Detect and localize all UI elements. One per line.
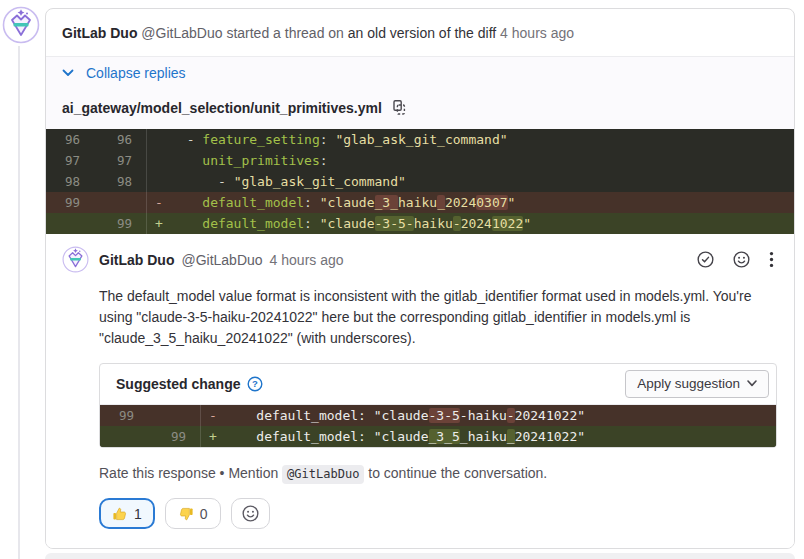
new-line-number[interactable]: 98	[96, 171, 146, 192]
diff-marker	[147, 150, 171, 171]
thread-author: GitLab Duo	[62, 25, 137, 41]
new-line-number[interactable]: 99	[150, 426, 200, 447]
suggestion-diff: 99- default_model: "claude-3-5-haiku-202…	[100, 405, 776, 447]
diff-row: 9797 unit_primitives:	[46, 150, 794, 171]
old-line-number[interactable]: 99	[100, 405, 150, 426]
rate-prefix: Rate this response • Mention	[99, 465, 278, 481]
file-path-link[interactable]: ai_gateway/model_selection/unit_primitiv…	[62, 100, 382, 116]
apply-suggestion-button[interactable]: Apply suggestion	[625, 370, 769, 398]
copy-icon	[391, 99, 407, 116]
old-line-number[interactable]: 99	[46, 192, 96, 213]
diff-row: 99+ default_model: "claude-3-5-haiku-202…	[46, 213, 794, 234]
old-line-number[interactable]: 98	[46, 171, 96, 192]
old-line-number[interactable]: 97	[46, 150, 96, 171]
smiley-icon	[242, 505, 259, 522]
discussion-thread-line	[18, 46, 20, 559]
thumbs-down-icon	[178, 506, 194, 522]
diff-code-line: - feature_setting: "glab_ask_git_command…	[171, 129, 794, 150]
suggested-change-header: Suggested change ? Apply suggestion	[100, 364, 776, 405]
new-line-number[interactable]: 97	[96, 150, 146, 171]
gitlab-duo-logo-icon	[2, 6, 40, 44]
chevron-down-icon	[747, 380, 757, 387]
resolve-thread-button[interactable]	[697, 251, 714, 268]
next-section-edge	[45, 553, 795, 559]
thumbs-up-award-button[interactable]: 1	[99, 498, 155, 529]
ellipsis-vertical-icon	[769, 251, 774, 268]
more-options-button[interactable]	[769, 251, 774, 268]
comment-handle: @GitLabDuo	[181, 252, 262, 268]
diff-marker: -	[147, 192, 171, 213]
check-circle-icon	[697, 251, 714, 268]
file-header: ai_gateway/model_selection/unit_primitiv…	[46, 88, 794, 129]
diff-marker	[147, 129, 171, 150]
add-award-emoji-button[interactable]	[231, 498, 270, 529]
diff-row: 9696 - feature_setting: "glab_ask_git_co…	[46, 129, 794, 150]
old-line-number[interactable]: 96	[46, 129, 96, 150]
thumbs-down-count: 0	[200, 506, 208, 522]
diff-row: 99- default_model: "claude_3_haiku_20240…	[46, 192, 794, 213]
thread-action: started a thread on	[226, 25, 344, 41]
new-line-number[interactable]	[96, 192, 146, 213]
diff-marker: +	[147, 213, 171, 234]
duo-comment: GitLab Duo @GitLabDuo 4 hours ago	[46, 234, 794, 549]
smiley-icon	[733, 251, 750, 268]
rate-suffix: to continue the conversation.	[368, 465, 547, 481]
diff-code-line: default_model: "claude-3-5-haiku-2024102…	[171, 213, 794, 234]
thumbs-up-count: 1	[134, 506, 142, 522]
mention-code: @GitLabDuo	[282, 465, 364, 484]
svg-text:?: ?	[253, 378, 259, 389]
comment-timestamp[interactable]: 4 hours ago	[270, 252, 344, 268]
collapse-replies-label: Collapse replies	[86, 65, 186, 81]
gitlab-duo-avatar[interactable]	[2, 6, 40, 44]
diff-marker	[147, 171, 171, 192]
discussion-card: GitLab Duo @GitLabDuo started a thread o…	[45, 8, 795, 549]
thread-handle: @GitLabDuo	[141, 25, 222, 41]
suggested-change-title: Suggested change	[116, 376, 240, 392]
diff-marker: +	[201, 426, 225, 447]
old-line-number[interactable]	[46, 213, 96, 234]
unit-diff: 9696 - feature_setting: "glab_ask_git_co…	[46, 129, 794, 234]
new-line-number[interactable]: 99	[96, 213, 146, 234]
diff-code-line: default_model: "claude-3-5-haiku-2024102…	[225, 405, 776, 426]
old-diff-version-link[interactable]: an old version of the diff	[348, 25, 496, 41]
add-reaction-button[interactable]	[733, 251, 750, 268]
chevron-down-icon	[62, 69, 74, 77]
new-line-number[interactable]	[150, 405, 200, 426]
thread-timestamp[interactable]: 4 hours ago	[500, 25, 574, 41]
old-line-number[interactable]	[100, 426, 150, 447]
suggested-change-panel: Suggested change ? Apply suggestion 99- …	[99, 363, 777, 448]
diff-code-line: default_model: "claude_3_5_haiku_2024102…	[225, 426, 776, 447]
diff-row: 9898 - "glab_ask_git_command"	[46, 171, 794, 192]
rate-response-line: Rate this response • Mention @GitLabDuo …	[99, 465, 774, 481]
comment-author-avatar[interactable]	[62, 246, 89, 273]
diff-code-line: default_model: "claude_3_haiku_20240307"	[171, 192, 794, 213]
copy-file-path-button[interactable]	[391, 99, 407, 116]
thumbs-up-icon	[112, 506, 128, 522]
diff-code-line: unit_primitives:	[171, 150, 794, 171]
award-emoji-bar: 1 0	[99, 498, 774, 529]
help-icon[interactable]: ?	[247, 376, 263, 392]
diff-row: 99- default_model: "claude-3-5-haiku-202…	[100, 405, 776, 426]
comment-header: GitLab Duo @GitLabDuo 4 hours ago	[62, 246, 774, 273]
comment-body: The default_model value format is incons…	[99, 286, 774, 349]
new-line-number[interactable]: 96	[96, 129, 146, 150]
diff-row: 99+ default_model: "claude_3_5_haiku_202…	[100, 426, 776, 447]
apply-suggestion-label: Apply suggestion	[637, 376, 740, 391]
thumbs-down-award-button[interactable]: 0	[165, 498, 221, 529]
thread-header: GitLab Duo @GitLabDuo started a thread o…	[46, 9, 794, 57]
diff-code-line: - "glab_ask_git_command"	[171, 171, 794, 192]
diff-marker: -	[201, 405, 225, 426]
comment-author: GitLab Duo	[99, 252, 174, 268]
collapse-replies-toggle[interactable]: Collapse replies	[46, 57, 794, 88]
